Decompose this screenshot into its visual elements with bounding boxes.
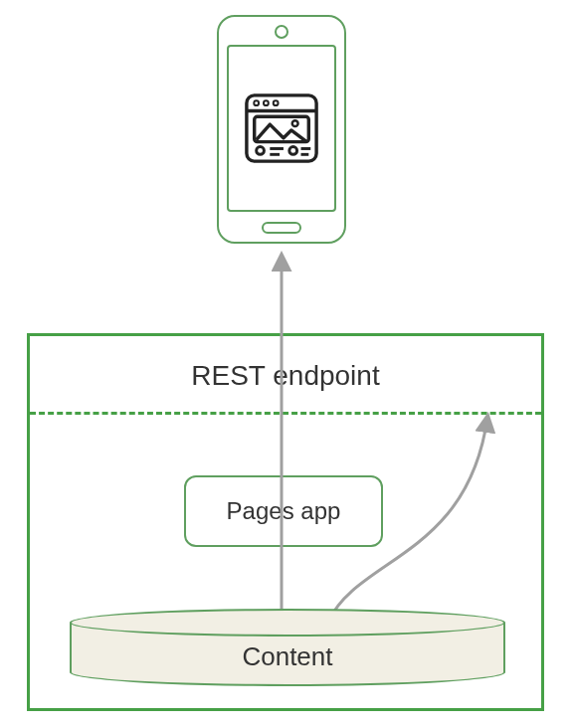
svg-point-10 bbox=[289, 147, 297, 155]
svg-point-6 bbox=[292, 120, 298, 126]
pages-app-box: Pages app bbox=[184, 475, 383, 547]
rest-endpoint-label: REST endpoint bbox=[30, 360, 541, 392]
content-label: Content bbox=[70, 641, 505, 672]
svg-point-3 bbox=[264, 100, 269, 105]
architecture-diagram: REST endpoint Pages app Content bbox=[0, 0, 574, 728]
phone-screen bbox=[227, 45, 336, 212]
pages-app-label: Pages app bbox=[227, 497, 341, 525]
mobile-device-icon bbox=[217, 15, 346, 244]
content-datastore-icon: Content bbox=[70, 609, 505, 686]
svg-point-4 bbox=[274, 100, 279, 105]
dashed-divider bbox=[30, 412, 541, 415]
svg-point-7 bbox=[257, 147, 265, 155]
server-container: REST endpoint Pages app Content bbox=[27, 333, 544, 711]
browser-window-icon bbox=[243, 90, 320, 167]
svg-point-2 bbox=[254, 100, 259, 105]
phone-home-button-icon bbox=[262, 222, 301, 234]
